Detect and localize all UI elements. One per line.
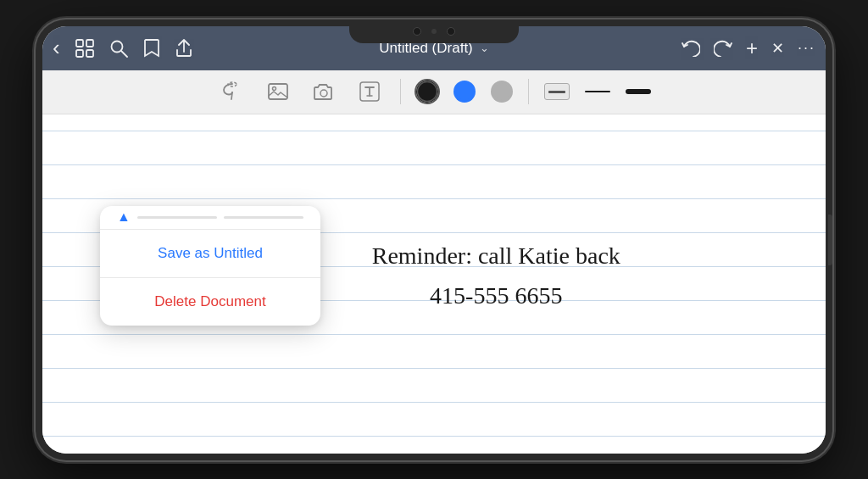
dropdown-hint-line xyxy=(137,216,217,219)
bookmark-button[interactable] xyxy=(143,39,160,58)
camera-dot-2 xyxy=(447,27,455,36)
svg-point-14 xyxy=(493,83,510,100)
svg-point-11 xyxy=(419,83,436,100)
stroke-box-button[interactable] xyxy=(544,83,570,100)
dropdown-arrow-icon: ▲ xyxy=(117,209,131,225)
redo-button[interactable] xyxy=(714,40,732,57)
svg-point-12 xyxy=(418,82,437,102)
device-screen: ‹ xyxy=(42,26,826,454)
title-chevron: ⌄ xyxy=(480,42,489,54)
camera-dot xyxy=(413,27,421,36)
toolbar-separator-2 xyxy=(528,79,529,104)
close-button[interactable]: ✕ xyxy=(771,39,784,58)
svg-point-9 xyxy=(320,90,327,97)
dropdown-menu: ▲ Save as Untitled Delete Document xyxy=(100,206,320,326)
add-button[interactable]: + xyxy=(746,36,758,60)
svg-line-5 xyxy=(121,51,127,57)
stroke-box-inner xyxy=(544,83,570,100)
stroke-thin-button[interactable] xyxy=(585,91,610,93)
dropdown-hint-row: ▲ xyxy=(100,206,320,230)
svg-rect-0 xyxy=(76,40,83,47)
svg-rect-7 xyxy=(269,84,287,99)
delete-document-button[interactable]: Delete Document xyxy=(100,278,320,326)
image-tool[interactable] xyxy=(263,76,293,107)
color-blue[interactable] xyxy=(453,81,476,103)
search-button[interactable] xyxy=(109,39,128,58)
svg-rect-1 xyxy=(86,40,93,47)
svg-point-13 xyxy=(456,83,473,100)
text-tool[interactable] xyxy=(354,76,385,107)
undo-button[interactable] xyxy=(682,40,700,57)
back-button[interactable]: ‹ xyxy=(53,35,60,61)
device-frame: ‹ xyxy=(36,19,832,460)
more-button[interactable]: ··· xyxy=(798,39,815,57)
toolbar-separator xyxy=(400,79,401,104)
content-area: Reminder: call Katie back 415-555 6655 ▲… xyxy=(42,114,826,454)
svg-rect-3 xyxy=(86,50,93,57)
camera-tool[interactable] xyxy=(309,76,339,107)
svg-point-8 xyxy=(273,87,276,91)
dropdown-hint-line-2 xyxy=(224,216,303,219)
drawing-toolbar xyxy=(42,70,826,114)
save-untitled-button[interactable]: Save as Untitled xyxy=(100,230,320,278)
svg-rect-2 xyxy=(76,50,83,57)
power-button xyxy=(828,214,832,265)
device-top-bar xyxy=(349,19,519,43)
lasso-tool[interactable] xyxy=(217,76,248,107)
grid-button[interactable] xyxy=(75,39,94,58)
stroke-thick-button[interactable] xyxy=(626,89,651,94)
sensor-dot xyxy=(431,29,437,34)
color-gray[interactable] xyxy=(491,81,513,103)
share-button[interactable] xyxy=(175,39,192,58)
color-black[interactable] xyxy=(416,81,438,103)
